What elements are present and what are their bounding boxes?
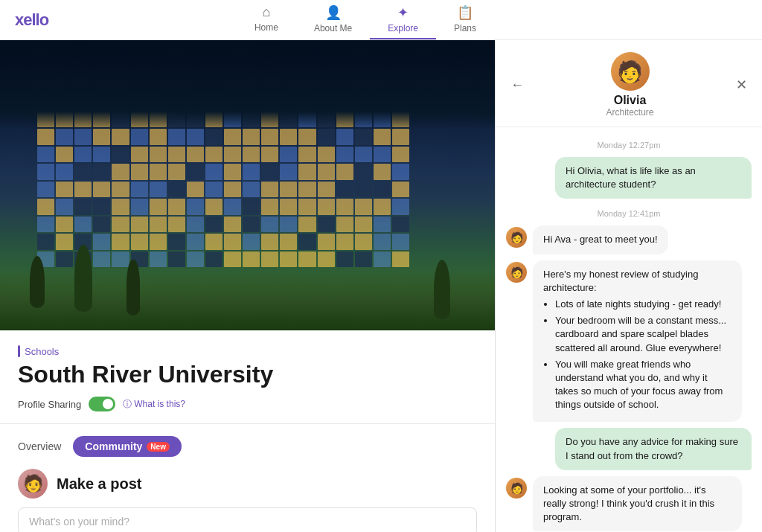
nav-about-me-label: About Me [314, 23, 352, 33]
msg-row-2: 🧑 Here's my honest review of studying ar… [506, 260, 752, 423]
plans-icon: 📋 [457, 4, 473, 21]
tree4 [434, 260, 450, 319]
info-icon: ⓘ [123, 398, 132, 411]
main-layout: Schools South River University Profile S… [0, 40, 762, 532]
left-panel: Schools South River University Profile S… [0, 40, 495, 532]
nav-explore-label: Explore [388, 23, 418, 33]
profile-sharing-label: Profile Sharing [18, 399, 81, 410]
msg-row-3: 🧑 Looking at some of your portfolio... i… [506, 476, 752, 532]
msg-list-item-3: You will make great friends who understa… [555, 358, 731, 412]
user-avatar: 🧑 [18, 469, 48, 499]
community-label: Community [85, 440, 142, 452]
nav-items: ⌂ Home 👤 About Me ✦ Explore 📋 Plans [237, 0, 494, 39]
bottom-section: Overview Community New 🧑 Make a post Wha… [0, 423, 495, 532]
chat-avatar: 🧑 [611, 52, 650, 91]
what-is-this-link[interactable]: ⓘ What is this? [123, 398, 185, 411]
school-category: Schools [18, 345, 477, 357]
nav-about-me[interactable]: 👤 About Me [296, 0, 370, 39]
msg-row-1: 🧑 Hi Ava - great to meet you! [506, 225, 752, 254]
msg-list-intro: Here's my honest review of studying arch… [543, 269, 698, 293]
msg-right-2: Do you have any advice for making sure I… [555, 428, 752, 469]
tree3 [127, 260, 140, 315]
tab-community[interactable]: Community New [73, 436, 182, 457]
bottom-tabs: Overview Community New [18, 436, 477, 457]
home-icon: ⌂ [262, 4, 270, 20]
profile-sharing-toggle[interactable] [89, 397, 115, 411]
logo-text: xello [15, 10, 48, 29]
make-post-title: Make a post [57, 475, 141, 493]
msg-list-item-1: Lots of late nights studying - get ready… [555, 298, 731, 311]
chat-messages[interactable]: Monday 12:27pm Hi Olivia, what is life l… [496, 127, 762, 532]
nav-explore[interactable]: ✦ Explore [370, 0, 436, 39]
top-navigation: xello ⌂ Home 👤 About Me ✦ Explore 📋 Plan… [0, 0, 762, 40]
msg-list-item-2: Your bedroom will be a constant mess... … [555, 314, 731, 355]
nav-plans[interactable]: 📋 Plans [436, 0, 494, 39]
msg-right-1: Hi Olivia, what is life like as an archi… [555, 157, 752, 199]
chat-back-button[interactable]: ← [508, 74, 527, 96]
profile-sharing-row: Profile Sharing ⓘ What is this? [18, 397, 477, 411]
nav-home[interactable]: ⌂ Home [237, 0, 296, 39]
chat-header: ← 🧑 Olivia Architecture ✕ [496, 40, 762, 127]
msg-avatar-1: 🧑 [506, 227, 527, 248]
logo: xello [15, 10, 48, 30]
school-name: South River University [18, 362, 477, 388]
chat-panel: ← 🧑 Olivia Architecture ✕ Monday 12:27pm… [495, 40, 762, 532]
timestamp-1: Monday 12:27pm [506, 141, 752, 150]
tree2 [74, 245, 92, 312]
nav-home-label: Home [254, 22, 278, 33]
msg-left-1: Hi Ava - great to meet you! [533, 225, 668, 254]
community-badge: New [147, 442, 170, 452]
sky-overlay [0, 40, 495, 129]
chat-user-name: Olivia [614, 94, 647, 107]
person-icon: 👤 [325, 4, 342, 21]
nav-plans-label: Plans [454, 23, 476, 33]
tab-overview[interactable]: Overview [18, 440, 61, 452]
post-input[interactable]: What's on your mind? [18, 507, 477, 532]
msg-avatar-2: 🧑 [506, 262, 527, 283]
explore-icon: ✦ [397, 4, 409, 21]
avatar-placeholder: 🧑 [23, 474, 43, 493]
chat-header-center: 🧑 Olivia Architecture [527, 52, 733, 118]
what-is-this-text: What is this? [134, 399, 185, 409]
chat-avatar-emoji: 🧑 [617, 60, 643, 84]
tree1 [30, 256, 45, 308]
make-post-header: 🧑 Make a post [18, 469, 477, 499]
school-category-text: Schools [25, 346, 59, 357]
post-input-placeholder: What's on your mind? [29, 516, 129, 528]
hero-image [0, 40, 495, 330]
msg-left-2: Looking at some of your portfolio... it'… [533, 476, 742, 532]
chat-close-button[interactable]: ✕ [733, 74, 750, 96]
chat-user-role: Architecture [606, 107, 653, 118]
school-info: Schools South River University Profile S… [0, 330, 495, 423]
msg-list: Lots of late nights studying - get ready… [543, 298, 731, 412]
timestamp-2: Monday 12:41pm [506, 209, 752, 218]
msg-avatar-3: 🧑 [506, 478, 527, 499]
msg-left-list: Here's my honest review of studying arch… [533, 260, 742, 423]
